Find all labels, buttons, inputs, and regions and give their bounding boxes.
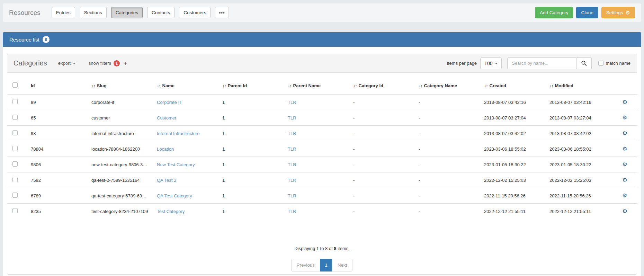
cell-slug: corporate-it bbox=[89, 95, 154, 110]
cell-parent-name: TLR bbox=[285, 204, 350, 219]
search-button[interactable] bbox=[576, 57, 592, 69]
pagination-page-1-button[interactable]: 1 bbox=[320, 259, 332, 271]
select-all-checkbox[interactable] bbox=[12, 82, 18, 88]
row-settings-gear-icon[interactable]: ⚙ bbox=[622, 208, 627, 214]
tab-contacts[interactable]: Contacts bbox=[147, 7, 175, 18]
row-checkbox[interactable] bbox=[12, 193, 18, 198]
categories-panel: Categories export show filters 1 + items… bbox=[7, 54, 637, 275]
column-header-parent-id[interactable]: ↓↑Parent Id bbox=[220, 73, 285, 95]
categories-heading: Categories bbox=[14, 59, 47, 67]
row-settings-gear-icon[interactable]: ⚙ bbox=[622, 193, 627, 198]
cell-category-name: - bbox=[416, 188, 481, 204]
category-name-link[interactable]: QA Test 2 bbox=[157, 178, 176, 183]
cell-id: 8235 bbox=[28, 204, 89, 219]
row-checkbox[interactable] bbox=[12, 146, 18, 151]
cell-parent-name: TLR bbox=[285, 172, 350, 188]
column-header-actions bbox=[612, 73, 637, 95]
pagination-next-button[interactable]: Next bbox=[332, 259, 353, 271]
cell-slug: qa-test-category-6789-63… bbox=[89, 188, 154, 204]
row-settings-gear-icon[interactable]: ⚙ bbox=[622, 162, 627, 167]
settings-button[interactable]: Settings ⚙ bbox=[601, 7, 635, 18]
search-input[interactable] bbox=[507, 57, 576, 69]
filters-count-badge: 1 bbox=[114, 60, 120, 66]
category-name-link[interactable]: New Test Category bbox=[157, 162, 195, 167]
row-settings-gear-icon[interactable]: ⚙ bbox=[622, 99, 627, 105]
tab-customers[interactable]: Customers bbox=[179, 7, 211, 18]
cell-modified: 2013-08-07 03:42:02 bbox=[547, 126, 612, 141]
cell-category-id: - bbox=[350, 172, 416, 188]
clone-button[interactable]: Clone bbox=[576, 7, 598, 18]
resource-list-body: Categories export show filters 1 + items… bbox=[3, 47, 641, 276]
match-name-label: match name bbox=[606, 61, 630, 66]
settings-button-label: Settings bbox=[606, 10, 623, 15]
row-checkbox[interactable] bbox=[12, 161, 18, 167]
cell-name: New Test Category bbox=[154, 157, 220, 172]
items-per-page-select[interactable]: 100 bbox=[480, 57, 502, 69]
column-header-created[interactable]: ↓↑Created bbox=[481, 73, 547, 95]
category-name-link[interactable]: Test Category bbox=[157, 209, 185, 214]
row-checkbox[interactable] bbox=[12, 115, 18, 120]
column-header-category-name[interactable]: ↓↑Category Name bbox=[416, 73, 481, 95]
row-checkbox[interactable] bbox=[12, 99, 18, 104]
parent-name-link[interactable]: TLR bbox=[288, 115, 296, 121]
column-header-parent-name[interactable]: ↓↑Parent Name bbox=[285, 73, 350, 95]
caret-down-icon bbox=[495, 63, 498, 64]
category-name-link[interactable]: Location bbox=[157, 146, 174, 152]
match-name-checkbox[interactable] bbox=[598, 61, 603, 66]
cell-category-id: - bbox=[350, 141, 416, 157]
more-tabs-button[interactable]: ••• bbox=[215, 7, 229, 18]
cell-category-id: - bbox=[350, 157, 416, 172]
pagination-previous-button[interactable]: Previous bbox=[291, 259, 321, 271]
sort-icon: ↓↑ bbox=[419, 83, 422, 88]
show-filters-toggle[interactable]: show filters 1 bbox=[89, 60, 120, 66]
row-settings-gear-icon[interactable]: ⚙ bbox=[622, 146, 627, 152]
cell-parent-id: 1 bbox=[220, 204, 285, 219]
sort-icon: ↓↑ bbox=[353, 83, 357, 88]
table-header-row: Id ↓↑Slug ↓↑Name ↓↑Parent Id ↓↑Parent Na… bbox=[7, 73, 637, 95]
cell-parent-id: 1 bbox=[220, 95, 285, 110]
table-row: 99 corporate-it Corporate IT 1 TLR - - 2… bbox=[7, 95, 637, 110]
column-header-slug[interactable]: ↓↑Slug bbox=[89, 73, 154, 95]
cell-category-id: - bbox=[350, 204, 416, 219]
parent-name-link[interactable]: TLR bbox=[288, 162, 296, 167]
category-name-link[interactable]: Customer bbox=[157, 115, 176, 121]
parent-name-link[interactable]: TLR bbox=[288, 131, 296, 136]
row-settings-gear-icon[interactable]: ⚙ bbox=[622, 177, 627, 183]
cell-created: 2013-08-07 03:42:02 bbox=[481, 126, 547, 141]
row-settings-gear-icon[interactable]: ⚙ bbox=[622, 115, 627, 121]
parent-name-link[interactable]: TLR bbox=[288, 193, 296, 198]
category-name-link[interactable]: Internal Infrastructure bbox=[157, 131, 200, 136]
cell-slug: test-category-8234-2107109 bbox=[89, 204, 154, 219]
category-name-link[interactable]: Corporate IT bbox=[157, 100, 182, 105]
sort-icon: ↓↑ bbox=[288, 83, 292, 88]
top-toolbar: Resources Entries Sections Categories Co… bbox=[3, 3, 641, 22]
parent-name-link[interactable]: TLR bbox=[288, 209, 296, 214]
cell-modified: 2023-03-06 18:55:02 bbox=[547, 141, 612, 157]
sort-icon: ↓↑ bbox=[157, 83, 161, 88]
category-name-link[interactable]: QA Test Category bbox=[157, 193, 192, 198]
row-settings-gear-icon[interactable]: ⚙ bbox=[622, 131, 627, 136]
cell-parent-name: TLR bbox=[285, 141, 350, 157]
tab-sections[interactable]: Sections bbox=[80, 7, 107, 18]
row-checkbox[interactable] bbox=[12, 208, 18, 213]
export-dropdown[interactable]: export bbox=[58, 61, 75, 66]
parent-name-link[interactable]: TLR bbox=[288, 178, 296, 183]
parent-name-link[interactable]: TLR bbox=[288, 100, 296, 105]
column-header-category-id[interactable]: ↓↑Category Id bbox=[350, 73, 416, 95]
tab-entries[interactable]: Entries bbox=[52, 7, 75, 18]
cell-parent-name: TLR bbox=[285, 126, 350, 141]
parent-name-link[interactable]: TLR bbox=[288, 146, 296, 152]
cell-slug: location-78804-1862200 bbox=[89, 141, 154, 157]
row-checkbox[interactable] bbox=[12, 130, 18, 135]
column-header-name[interactable]: ↓↑Name bbox=[154, 73, 220, 95]
table-row: 8235 test-category-8234-2107109 Test Cat… bbox=[7, 204, 637, 219]
column-header-modified[interactable]: ↓↑Modified bbox=[547, 73, 612, 95]
cell-name: Corporate IT bbox=[154, 95, 220, 110]
tab-categories[interactable]: Categories bbox=[111, 7, 143, 18]
search-icon bbox=[581, 60, 587, 66]
cell-id: 6789 bbox=[28, 188, 89, 204]
row-checkbox[interactable] bbox=[12, 177, 18, 182]
add-category-button[interactable]: Add Category bbox=[535, 7, 573, 18]
categories-table: Id ↓↑Slug ↓↑Name ↓↑Parent Id ↓↑Parent Na… bbox=[7, 73, 637, 219]
add-filter-button[interactable]: + bbox=[124, 60, 127, 66]
